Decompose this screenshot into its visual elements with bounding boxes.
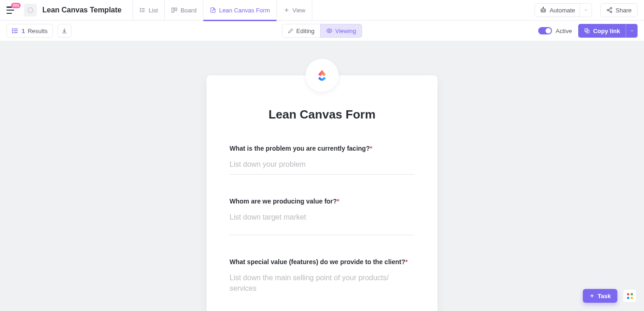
board-icon <box>171 7 178 13</box>
automate-label: Automate <box>550 7 575 14</box>
download-icon <box>61 28 68 34</box>
svg-point-17 <box>607 9 609 11</box>
share-button[interactable]: Share <box>600 3 638 17</box>
required-mark: * <box>337 198 339 205</box>
tab-board[interactable]: Board <box>164 0 203 21</box>
active-toggle[interactable]: Active <box>538 27 572 34</box>
svg-point-18 <box>610 11 612 13</box>
svg-point-12 <box>542 10 542 11</box>
tab-form[interactable]: Lean Canvas Form <box>203 0 276 21</box>
copy-caret[interactable] <box>626 24 638 38</box>
required-mark: * <box>370 145 372 152</box>
apps-button[interactable] <box>623 289 637 303</box>
form-title: Lean Canvas Form <box>230 107 414 122</box>
form-icon <box>210 7 216 13</box>
new-task-button[interactable]: Task <box>583 289 617 303</box>
list-icon <box>139 7 146 13</box>
automate-caret[interactable] <box>580 4 592 17</box>
field-input[interactable]: List down your problem <box>230 157 414 175</box>
share-label: Share <box>615 7 632 14</box>
field-label: What special value (features) do we prov… <box>230 258 405 266</box>
download-button[interactable] <box>58 24 71 38</box>
svg-point-15 <box>543 7 543 7</box>
form-canvas: Lean Canvas Form What is the problem you… <box>0 41 644 311</box>
active-label: Active <box>556 28 572 34</box>
eye-icon <box>326 28 333 34</box>
svg-point-0 <box>28 8 33 13</box>
copy-icon <box>584 28 590 34</box>
mode-toggle: Editing Viewing <box>282 24 362 38</box>
svg-line-19 <box>609 9 610 10</box>
form-field: What is the problem you are currently fa… <box>230 145 414 175</box>
notification-badge: 201 <box>11 3 21 8</box>
viewing-label: Viewing <box>335 28 356 34</box>
share-icon <box>606 7 613 13</box>
field-label: Whom are we producing value for? <box>230 198 337 205</box>
viewing-mode-button[interactable]: Viewing <box>320 24 362 38</box>
clickup-logo-icon <box>313 66 331 85</box>
chevron-down-icon <box>584 8 588 12</box>
automate-button[interactable]: Automate <box>535 3 592 17</box>
form-field: Whom are we producing value for?* List d… <box>230 198 414 235</box>
svg-point-25 <box>12 30 13 31</box>
svg-point-28 <box>328 30 330 32</box>
pencil-icon <box>288 28 293 34</box>
results-label: Results <box>28 28 47 34</box>
form-field: What special value (features) do we prov… <box>230 258 414 298</box>
svg-point-13 <box>544 10 544 11</box>
svg-point-6 <box>140 11 141 12</box>
form-card: Lean Canvas Form What is the problem you… <box>207 75 437 311</box>
tab-label: Board <box>180 7 196 14</box>
document-icon <box>24 4 37 17</box>
svg-point-26 <box>12 32 13 33</box>
robot-icon <box>540 6 547 14</box>
form-logo <box>305 59 339 92</box>
copy-label: Copy link <box>593 28 620 34</box>
copy-link-button[interactable]: Copy link <box>578 24 638 38</box>
results-count: 1 <box>22 28 25 34</box>
page-title: Lean Canvas Template <box>42 6 121 14</box>
list-icon <box>12 27 19 34</box>
task-label: Task <box>598 293 611 300</box>
field-label: What is the problem you are currently fa… <box>230 145 370 152</box>
svg-point-5 <box>140 10 141 10</box>
editing-label: Editing <box>296 28 315 34</box>
svg-point-24 <box>12 28 13 29</box>
tab-list[interactable]: List <box>132 0 164 21</box>
tab-label: Lean Canvas Form <box>219 7 270 14</box>
svg-point-16 <box>610 7 612 9</box>
svg-rect-8 <box>175 8 177 11</box>
svg-rect-7 <box>172 8 174 12</box>
plus-icon <box>589 293 595 299</box>
svg-point-4 <box>140 8 141 9</box>
field-input[interactable]: List down the main selling point of your… <box>230 270 414 298</box>
field-input[interactable]: List down target market <box>230 209 414 235</box>
tab-label: View <box>293 7 305 14</box>
chevron-down-icon <box>630 28 634 33</box>
tab-label: List <box>149 7 158 14</box>
svg-line-20 <box>609 11 610 11</box>
results-button[interactable]: 1 Results <box>6 24 53 38</box>
view-tabs: List Board Lean Canvas Form View <box>132 0 312 21</box>
tab-add-view[interactable]: View <box>276 0 312 21</box>
toggle-switch <box>538 27 552 34</box>
plus-icon <box>283 7 290 13</box>
required-mark: * <box>405 258 408 266</box>
editing-mode-button[interactable]: Editing <box>282 24 320 38</box>
main-menu-button[interactable]: 201 <box>6 6 17 14</box>
